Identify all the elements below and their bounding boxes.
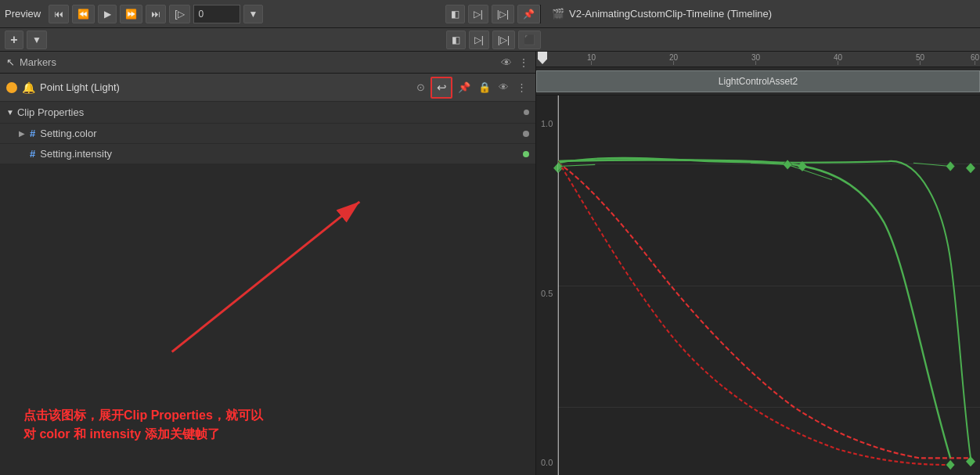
ruler-label-30: 30: [751, 53, 760, 62]
cp-header-dot: [524, 110, 529, 115]
bracket-button[interactable]: [▷: [169, 5, 189, 23]
clip-block[interactable]: LightControlAsset2: [536, 70, 980, 92]
skip-to-start-button[interactable]: ⏮: [49, 5, 69, 23]
ruler-label-50: 50: [916, 53, 924, 62]
prop-indicator-intensity: [523, 151, 529, 157]
ruler-tick-40: 40: [838, 53, 838, 65]
align-right-button[interactable]: ▷|: [468, 5, 488, 23]
ruler-tick-50: 50: [920, 53, 921, 65]
timeline-icon: 🎬: [552, 8, 564, 20]
ruler-label-60: 60: [971, 53, 979, 62]
frame-dropdown-button[interactable]: ▼: [243, 5, 264, 23]
ruler-label-10: 10: [587, 53, 596, 62]
track-name: Point Light (Light): [40, 81, 120, 93]
curve-svg-main: [558, 95, 980, 475]
pin-button[interactable]: 📌: [517, 5, 540, 23]
timeline-ruler: 10 20 30 40 50 60: [536, 52, 980, 67]
prev-frame-button[interactable]: ⏪: [72, 5, 95, 23]
playhead: [538, 52, 547, 64]
main-content: ↖ Markers 👁 ⋮ 🔔 Point Light (Light) ⊙ ↩ …: [0, 52, 980, 475]
markers-label: ↖ Markers: [6, 56, 501, 68]
markers-bar: ↖ Markers 👁 ⋮: [0, 52, 535, 74]
left-panel: ↖ Markers 👁 ⋮ 🔔 Point Light (Light) ⊙ ↩ …: [0, 52, 536, 475]
clip-name: LightControlAsset2: [719, 76, 798, 87]
track-item-pointlight: 🔔 Point Light (Light) ⊙ ↩ 📌 🔒 👁 ⋮: [0, 74, 535, 102]
second-toolbar-left: + ▼ ◧ ▷| |▷| ⬛: [5, 31, 541, 49]
next-frame-button[interactable]: ⏩: [120, 5, 142, 23]
play-button[interactable]: ▶: [98, 5, 117, 23]
clip-row: LightControlAsset2: [536, 67, 980, 95]
tangent-green-2-left: [913, 163, 950, 166]
prop-hash-color: #: [30, 128, 35, 139]
markers-menu-icon[interactable]: ⋮: [518, 56, 529, 69]
track-visibility-button[interactable]: 👁: [496, 80, 511, 95]
top-bar: Preview ⏮ ⏪ ▶ ⏩ ⏭ [▷ ▼ ◧ ▷| |▷| 📌 🎬 V2-A…: [0, 0, 980, 28]
add-dropdown-button[interactable]: ▼: [27, 31, 47, 49]
curve-editor: 1.0 0.5 0.0: [536, 95, 980, 475]
timeline-title-area: 🎬 V2-AnimatingCustomClip-Timeline (Timel…: [544, 8, 772, 20]
ruler-tick-30: 30: [755, 53, 756, 65]
frame-input[interactable]: [193, 5, 240, 23]
markers-text: Markers: [20, 56, 56, 68]
snap-pin-button[interactable]: ⬛: [518, 31, 541, 49]
cp-triangle-icon: ▼: [6, 108, 14, 117]
add-track-button[interactable]: +: [5, 31, 23, 49]
track-eye-button[interactable]: ⊙: [414, 80, 427, 95]
tangent-green-0-right: [558, 164, 595, 166]
kf-green-3[interactable]: [946, 460, 955, 470]
annotation-text: 点击该图标，展开Clip Properties，就可以 对 color 和 in…: [23, 406, 263, 444]
ruler-tick-60: 60: [975, 53, 975, 65]
annotation-line2: 对 color 和 intensity 添加关键帧了: [23, 425, 263, 444]
right-panel: 10 20 30 40 50 60: [536, 52, 980, 475]
clip-properties-section: ▼ Clip Properties ▶ # Setting.color ▶ # …: [0, 102, 535, 164]
preview-label: Preview: [5, 8, 41, 20]
markers-visibility-icon[interactable]: 👁: [501, 56, 512, 69]
ruler-label-20: 20: [669, 53, 678, 62]
track-menu-button[interactable]: ⋮: [514, 80, 529, 95]
skip-to-end-button[interactable]: ⏭: [146, 5, 166, 23]
prop-row-color: ▶ # Setting.color: [0, 124, 535, 144]
align-both-button[interactable]: |▷|: [492, 5, 514, 23]
track-lock-button[interactable]: 🔒: [476, 80, 493, 95]
prop-indicator-color: [523, 131, 529, 137]
track-left: 🔔 Point Light (Light): [6, 81, 414, 94]
prop-name-color: Setting.color: [40, 128, 518, 139]
clip-properties-title: ▼ Clip Properties: [6, 106, 524, 118]
prop-row-intensity: ▶ # Setting.intensity: [0, 144, 535, 164]
clip-properties-button[interactable]: ↩: [431, 77, 452, 99]
preview-controls: Preview ⏮ ⏪ ▶ ⏩ ⏭ [▷ ▼ ◧ ▷| |▷| 📌: [5, 5, 541, 23]
second-toolbar: + ▼ ◧ ▷| |▷| ⬛: [0, 28, 980, 52]
cursor-icon: ↖: [6, 56, 15, 68]
prop-expand-color[interactable]: ▶: [19, 129, 25, 138]
snap-left-button[interactable]: ◧: [446, 31, 466, 49]
snap-right-button[interactable]: ▷|: [469, 31, 489, 49]
track-color-dot: [6, 82, 17, 93]
snap-both-button[interactable]: |▷|: [492, 31, 515, 49]
green-main-curve: [558, 160, 950, 458]
annotation-line1: 点击该图标，展开Clip Properties，就可以: [23, 406, 263, 425]
track-pin-button[interactable]: 📌: [456, 80, 473, 95]
track-right: ⊙ ↩ 📌 🔒 👁 ⋮: [414, 77, 529, 99]
align-left-button[interactable]: ◧: [445, 5, 465, 23]
timeline-title: V2-AnimatingCustomClip-Timeline (Timelin…: [569, 8, 772, 20]
prop-name-intensity: Setting.intensity: [40, 148, 518, 160]
clip-props-icon: ↩: [437, 81, 447, 95]
cp-title-text: Clip Properties: [17, 106, 84, 118]
ruler-label-40: 40: [834, 53, 842, 62]
ruler-tick-10: 10: [591, 53, 592, 65]
ruler-tick-20: 20: [673, 53, 674, 65]
red-main-curve: [558, 161, 950, 465]
track-bell-icon: 🔔: [22, 81, 35, 94]
clip-properties-header: ▼ Clip Properties: [0, 102, 535, 124]
prop-hash-intensity: #: [30, 148, 35, 160]
